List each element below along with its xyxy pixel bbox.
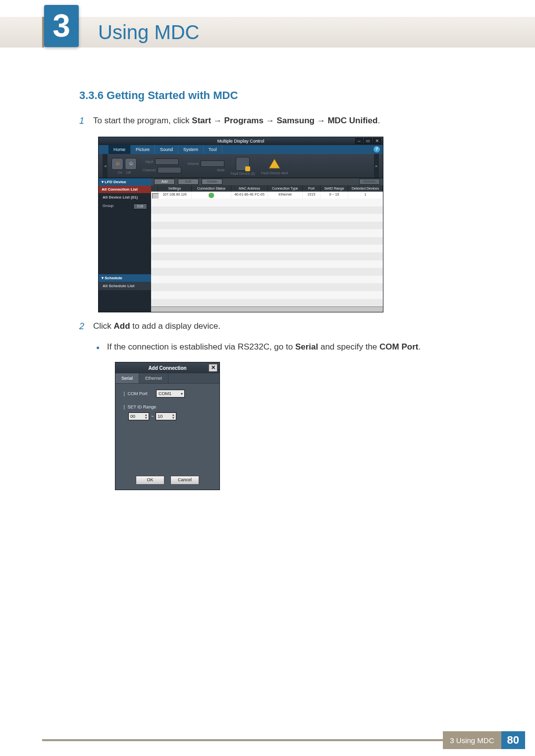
- setid-from-spinner[interactable]: 00▴▾: [128, 412, 149, 420]
- com-port-row: COM Port COM1: [122, 390, 213, 398]
- toolbar-left-icon[interactable]: ◂: [103, 154, 107, 178]
- sidebar-item-all-device[interactable]: All Device List (01): [99, 193, 151, 202]
- close-icon[interactable]: ✕: [373, 138, 381, 144]
- add-button[interactable]: Add: [154, 179, 175, 185]
- add-connection-dialog: Add Connection ✕ Serial Ethernet COM Por…: [115, 362, 220, 490]
- setid-sep: ~: [151, 414, 154, 419]
- dialog-title-text: Add Connection: [148, 365, 186, 371]
- input-combo[interactable]: [155, 158, 179, 165]
- step-2: 2 Click Add to add a display device.: [79, 320, 485, 333]
- cancel-button[interactable]: Cancel: [170, 476, 199, 485]
- step-1: 1 To start the program, click Start → Pr…: [79, 114, 485, 128]
- sidebar-lfd-header[interactable]: ▾ LFD Device: [99, 178, 151, 186]
- tab-tool[interactable]: Tool: [204, 145, 222, 154]
- fault-alert-label: Fault Device Alert: [261, 171, 288, 175]
- setid-to-spinner[interactable]: 10▴▾: [156, 412, 176, 420]
- chapter-band: [0, 17, 535, 48]
- tab-system[interactable]: System: [178, 145, 204, 154]
- step-number: 1: [79, 114, 93, 128]
- fault-alert-icon[interactable]: [268, 157, 281, 170]
- step-text: To start the program, click Start → Prog…: [93, 114, 380, 128]
- step-text: Click Add to add a display device.: [93, 320, 220, 333]
- dialog-close-icon[interactable]: ✕: [209, 364, 217, 372]
- tab-ethernet[interactable]: Ethernet: [139, 373, 168, 383]
- power-off-label: Off: [126, 171, 131, 174]
- com-port-combo[interactable]: COM1: [156, 390, 185, 398]
- chapter-title: Using MDC: [98, 17, 199, 48]
- setid-row: SET ID Range 00▴▾ ~ 10▴▾: [122, 404, 213, 420]
- power-on-icon[interactable]: ⏻: [111, 158, 123, 170]
- refresh-button[interactable]: Refresh: [359, 179, 380, 185]
- section-heading: 3.3.6 Getting Started with MDC: [79, 89, 485, 102]
- tab-sound[interactable]: Sound: [155, 145, 178, 154]
- input-label: Input: [145, 160, 153, 163]
- section-number: 3.3.6: [79, 89, 104, 101]
- channel-spin[interactable]: [158, 167, 181, 173]
- content-area: 3.3.6 Getting Started with MDC 1 To star…: [79, 89, 485, 490]
- mdc-main-panel: Add Edit Delete Refresh Settings Connect…: [151, 178, 383, 312]
- maximize-icon[interactable]: ▭: [364, 138, 372, 144]
- mdc-toolbar: ◂ ⏻ ⏻ On Off Input Channel Volume Mute: [99, 154, 383, 178]
- channel-label: Channel: [143, 168, 156, 172]
- help-icon[interactable]: ?: [374, 146, 380, 152]
- mdc-tabbar: Home Picture Sound System Tool ?: [99, 145, 383, 154]
- table-row[interactable]: 107.108.89.126 40-61-86-4E-FC-65 Etherne…: [151, 192, 383, 199]
- sidebar-schedule-header[interactable]: ▾ Schedule: [99, 274, 151, 282]
- status-connected-icon: [209, 193, 214, 198]
- com-port-label: COM Port: [122, 391, 153, 396]
- group-edit-button[interactable]: Edit: [133, 203, 147, 209]
- mdc-sidebar: ▾ LFD Device All Connection List All Dev…: [99, 178, 151, 312]
- page-number: 80: [501, 731, 525, 749]
- sub-bullet: ● If the connection is established via R…: [96, 342, 485, 353]
- power-off-icon[interactable]: ⏻: [125, 158, 137, 170]
- volume-slider[interactable]: [201, 160, 224, 167]
- volume-label: Volume: [187, 162, 199, 165]
- main-toolbar: Add Edit Delete Refresh: [151, 178, 383, 185]
- setid-label: SET ID Range: [122, 404, 156, 409]
- fault-device-icon[interactable]: [236, 157, 250, 171]
- edit-button[interactable]: Edit: [178, 179, 199, 185]
- footer-chapter-label: 3 Using MDC: [443, 731, 501, 749]
- mdc-main-window: Multiple Display Control – ▭ ✕ Home Pict…: [98, 137, 383, 312]
- grid-header: Settings Connection Status MAC Address C…: [151, 185, 383, 192]
- sidebar-item-all-schedule[interactable]: All Schedule List: [99, 282, 151, 290]
- horizontal-scrollbar[interactable]: [151, 306, 383, 312]
- toolbar-right-icon[interactable]: ▸: [374, 154, 379, 178]
- tab-serial[interactable]: Serial: [115, 373, 139, 383]
- section-title: Getting Started with MDC: [107, 89, 238, 101]
- svg-marker-0: [269, 159, 280, 168]
- warning-badge-icon: [245, 166, 250, 171]
- dialog-titlebar: Add Connection ✕: [115, 362, 219, 373]
- mdc-title-text: Multiple Display Control: [217, 139, 265, 144]
- sidebar-item-all-connection[interactable]: All Connection List: [99, 186, 151, 193]
- tab-home[interactable]: Home: [108, 145, 131, 154]
- fault-device-label: Fault Device (0): [230, 172, 255, 175]
- minimize-icon[interactable]: –: [355, 138, 363, 144]
- tab-picture[interactable]: Picture: [131, 145, 155, 154]
- mdc-titlebar: Multiple Display Control – ▭ ✕: [99, 137, 383, 145]
- dialog-tabs: Serial Ethernet: [115, 373, 219, 384]
- mute-label: Mute: [217, 168, 225, 172]
- sidebar-item-group[interactable]: Group Edit: [99, 202, 151, 211]
- footer-rule: [42, 739, 443, 749]
- bullet-text: If the connection is established via RS2…: [107, 342, 421, 353]
- bullet-icon: ●: [96, 342, 107, 353]
- grid-empty-rows: [151, 199, 383, 306]
- delete-button[interactable]: Delete: [202, 179, 222, 185]
- chapter-number-badge: 3: [44, 5, 79, 47]
- page-footer: 3 Using MDC 80: [42, 731, 525, 749]
- power-on-label: On: [117, 171, 122, 174]
- ok-button[interactable]: OK: [136, 476, 164, 485]
- step-number: 2: [79, 320, 93, 333]
